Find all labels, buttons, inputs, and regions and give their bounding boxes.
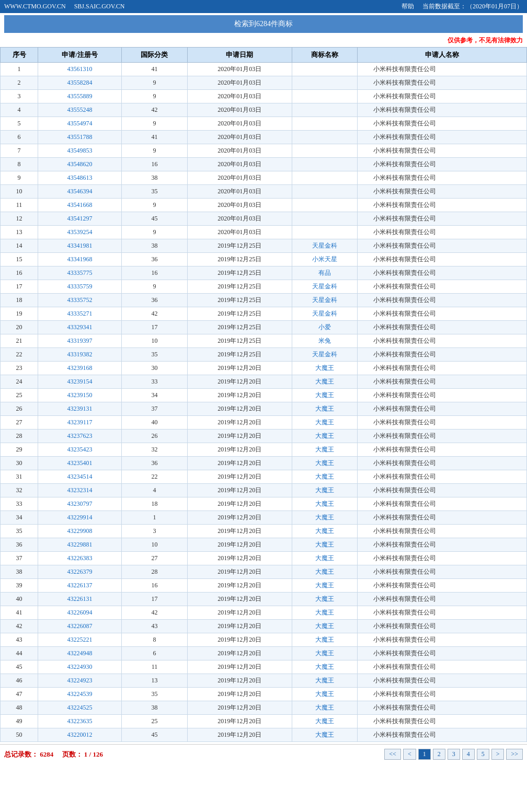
cell-trademark[interactable]: 大魔王 xyxy=(292,565,358,579)
cell-regno[interactable]: 43224539 xyxy=(38,688,122,701)
cell-trademark[interactable]: 天星金科 xyxy=(292,280,358,294)
cell-trademark[interactable]: 大魔王 xyxy=(292,430,358,443)
page-2-btn[interactable]: 2 xyxy=(433,749,445,760)
cell-regno[interactable]: 43555248 xyxy=(38,103,122,117)
cell-regno[interactable]: 43335759 xyxy=(38,280,122,294)
cell-trademark[interactable]: 大魔王 xyxy=(292,497,358,511)
cell-trademark[interactable]: 大魔王 xyxy=(292,647,358,660)
cell-regno[interactable]: 43232314 xyxy=(38,484,122,497)
cell-trademark[interactable]: 小米天星 xyxy=(292,253,358,266)
cell-trademark[interactable]: 大魔王 xyxy=(292,579,358,593)
cell-regno[interactable]: 43551788 xyxy=(38,131,122,144)
cell-regno[interactable]: 43548613 xyxy=(38,171,122,185)
site2-link[interactable]: SBJ.SAIC.GOV.CN xyxy=(74,3,125,10)
cell-regno[interactable]: 43230797 xyxy=(38,497,122,511)
cell-trademark[interactable]: 大魔王 xyxy=(292,552,358,565)
page-4-btn[interactable]: 4 xyxy=(462,749,475,760)
cell-regno[interactable]: 43239154 xyxy=(38,375,122,389)
cell-trademark[interactable]: 大魔王 xyxy=(292,402,358,416)
cell-trademark[interactable]: 大魔王 xyxy=(292,484,358,497)
cell-regno[interactable]: 43223635 xyxy=(38,715,122,728)
cell-regno[interactable]: 43229908 xyxy=(38,525,122,538)
page-next-btn[interactable]: > xyxy=(491,749,505,760)
cell-trademark[interactable]: 大魔王 xyxy=(292,538,358,552)
page-3-btn[interactable]: 3 xyxy=(448,749,460,760)
cell-regno[interactable]: 43237623 xyxy=(38,430,122,443)
cell-regno[interactable]: 43226379 xyxy=(38,565,122,579)
cell-regno[interactable]: 43224930 xyxy=(38,660,122,674)
cell-regno[interactable]: 43329341 xyxy=(38,321,122,334)
cell-regno[interactable]: 43226094 xyxy=(38,606,122,620)
cell-trademark[interactable]: 大魔王 xyxy=(292,511,358,525)
cell-trademark[interactable]: 大魔王 xyxy=(292,715,358,728)
cell-trademark[interactable]: 米兔 xyxy=(292,334,358,348)
cell-regno[interactable]: 43226087 xyxy=(38,620,122,633)
cell-trademark[interactable]: 大魔王 xyxy=(292,525,358,538)
cell-trademark[interactable]: 大魔王 xyxy=(292,375,358,389)
cell-trademark[interactable]: 大魔王 xyxy=(292,470,358,484)
cell-trademark[interactable]: 大魔王 xyxy=(292,728,358,742)
cell-regno[interactable]: 43224525 xyxy=(38,701,122,715)
cell-regno[interactable]: 43224923 xyxy=(38,674,122,688)
cell-trademark[interactable]: 大魔王 xyxy=(292,593,358,606)
page-prev-btn[interactable]: < xyxy=(403,749,416,760)
cell-regno[interactable]: 43225221 xyxy=(38,633,122,647)
cell-regno[interactable]: 43239131 xyxy=(38,402,122,416)
cell-regno[interactable]: 43541297 xyxy=(38,212,122,226)
cell-trademark[interactable]: 大魔王 xyxy=(292,633,358,647)
cell-trademark[interactable]: 大魔王 xyxy=(292,457,358,470)
cell-regno[interactable]: 43229881 xyxy=(38,538,122,552)
cell-trademark[interactable]: 天星金科 xyxy=(292,294,358,307)
cell-regno[interactable]: 43235423 xyxy=(38,443,122,457)
cell-regno[interactable]: 43319382 xyxy=(38,348,122,362)
cell-regno[interactable]: 43541668 xyxy=(38,199,122,212)
cell-trademark[interactable]: 天星金科 xyxy=(292,307,358,321)
cell-regno[interactable]: 43319397 xyxy=(38,334,122,348)
cell-trademark[interactable]: 大魔王 xyxy=(292,688,358,701)
cell-regno[interactable]: 43341968 xyxy=(38,253,122,266)
table-row: 4043226131172019年12月20日大魔王小米科技有限责任公司 xyxy=(1,593,527,606)
cell-regno[interactable]: 43234514 xyxy=(38,470,122,484)
cell-trademark[interactable]: 大魔王 xyxy=(292,416,358,430)
cell-regno[interactable]: 43341981 xyxy=(38,239,122,253)
cell-trademark[interactable]: 大魔王 xyxy=(292,620,358,633)
cell-regno[interactable]: 43558284 xyxy=(38,76,122,90)
cell-trademark[interactable]: 天星金科 xyxy=(292,348,358,362)
cell-regno[interactable]: 43239117 xyxy=(38,416,122,430)
cell-regno[interactable]: 43549853 xyxy=(38,144,122,158)
cell-regno[interactable]: 43226131 xyxy=(38,593,122,606)
cell-regno[interactable]: 43226137 xyxy=(38,579,122,593)
cell-regno[interactable]: 43548620 xyxy=(38,158,122,171)
cell-regno[interactable]: 43546394 xyxy=(38,185,122,199)
help-link[interactable]: 帮助 xyxy=(402,2,414,11)
cell-trademark[interactable]: 有品 xyxy=(292,266,358,280)
cell-regno[interactable]: 43335752 xyxy=(38,294,122,307)
page-5-btn[interactable]: 5 xyxy=(477,749,489,760)
cell-regno[interactable]: 43220012 xyxy=(38,728,122,742)
cell-regno[interactable]: 43229914 xyxy=(38,511,122,525)
page-first-btn[interactable]: << xyxy=(384,749,401,760)
cell-trademark[interactable]: 大魔王 xyxy=(292,701,358,715)
cell-regno[interactable]: 43226383 xyxy=(38,552,122,565)
cell-trademark[interactable]: 大魔王 xyxy=(292,674,358,688)
cell-trademark[interactable]: 小爱 xyxy=(292,321,358,334)
page-last-btn[interactable]: >> xyxy=(506,749,523,760)
cell-regno[interactable]: 43239150 xyxy=(38,389,122,402)
cell-regno[interactable]: 43235401 xyxy=(38,457,122,470)
cell-trademark[interactable]: 大魔王 xyxy=(292,389,358,402)
cell-regno[interactable]: 43239168 xyxy=(38,362,122,375)
cell-regno[interactable]: 43561310 xyxy=(38,63,122,76)
cell-trademark[interactable]: 大魔王 xyxy=(292,362,358,375)
cell-regno[interactable]: 43224948 xyxy=(38,647,122,660)
cell-trademark[interactable]: 大魔王 xyxy=(292,443,358,457)
cell-regno[interactable]: 43539254 xyxy=(38,226,122,239)
cell-regno[interactable]: 43554974 xyxy=(38,117,122,131)
cell-trademark[interactable]: 天星金科 xyxy=(292,239,358,253)
cell-regno[interactable]: 43555889 xyxy=(38,90,122,103)
cell-regno[interactable]: 43335775 xyxy=(38,266,122,280)
page-1-btn[interactable]: 1 xyxy=(418,749,431,760)
cell-trademark[interactable]: 大魔王 xyxy=(292,660,358,674)
cell-trademark[interactable]: 大魔王 xyxy=(292,606,358,620)
cell-regno[interactable]: 43335271 xyxy=(38,307,122,321)
site1-link[interactable]: WWW.CTMO.GOV.CN xyxy=(4,3,66,10)
